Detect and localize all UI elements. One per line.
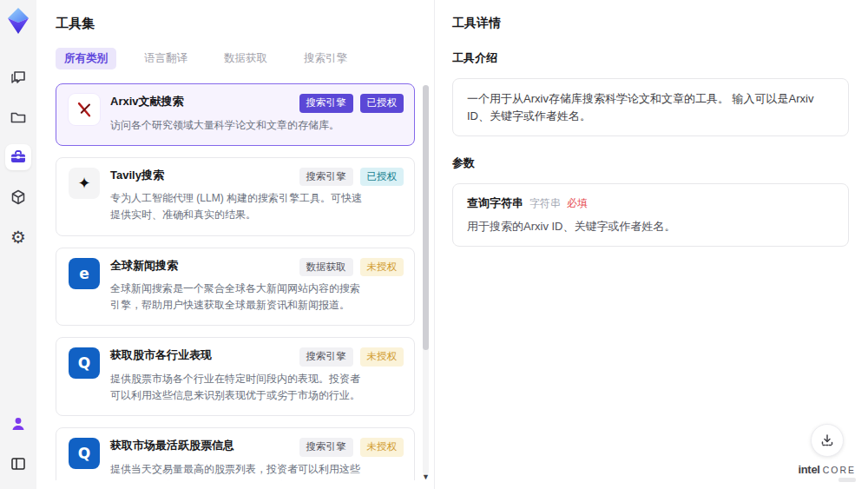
params-section-title: 参数 [452, 155, 849, 171]
param-required-badge: 必填 [567, 196, 588, 211]
sidebar-item-account[interactable] [5, 411, 31, 437]
scrollbar-track[interactable]: ▼ [423, 85, 429, 474]
category-badge: 搜索引擎 [299, 438, 353, 457]
tool-description: 全球新闻搜索是一个聚合全球各大新闻网站内容的搜索引擎，帮助用户快速获取全球最新资… [110, 281, 364, 314]
auth-status-badge: 已授权 [360, 168, 404, 187]
tavily-star-icon: ✦ [77, 174, 90, 193]
tab-label: 所有类别 [64, 52, 108, 64]
sidebar-item-toolbox[interactable] [5, 144, 31, 170]
user-avatar-icon [10, 415, 27, 433]
sidebar-item-packages[interactable] [5, 184, 31, 210]
tool-description: 访问各个研究领域大量科学论文和文章的存储库。 [110, 117, 364, 134]
tool-card[interactable]: ✦ Tavily搜索 搜索引擎 已授权 专为人工智能代理 (LLM) 构建的搜索… [56, 157, 415, 236]
tool-icon: Q [69, 438, 100, 469]
tool-name: 获取市场最活跃股票信息 [110, 439, 234, 453]
tool-icon: ✦ [69, 168, 100, 199]
tab-label: 搜索引擎 [304, 52, 347, 64]
download-button[interactable] [811, 424, 844, 457]
param-type: 字符串 [529, 196, 561, 211]
tab-label: 语言翻译 [144, 52, 187, 64]
category-tabs: 所有类别 语言翻译 数据获取 搜索引擎 [56, 48, 434, 69]
toolbox-icon [10, 149, 27, 166]
tool-card[interactable]: Q 获取股市各行业表现 搜索引擎 未授权 提供股票市场各个行业在特定时间段内的表… [56, 337, 415, 416]
tool-details-panel: 工具详情 工具介绍 一个用于从Arxiv存储库搜索科学论文和文章的工具。 输入可… [434, 0, 868, 489]
category-badge: 搜索引擎 [299, 347, 353, 367]
toolset-panel: 工具集 所有类别 语言翻译 数据获取 搜索引擎 Arxiv文献搜索 搜索引擎 已… [36, 0, 434, 489]
scrollbar-thumb[interactable] [423, 85, 429, 350]
scroll-down-icon[interactable]: ▼ [422, 473, 430, 480]
folder-icon [10, 109, 27, 126]
tool-card[interactable]: Q 获取市场最活跃股票信息 搜索引擎 未授权 提供当天交易量最高的股票列表，投资… [56, 427, 415, 480]
param-description: 用于搜索的Arxiv ID、关键字或作者姓名。 [467, 219, 834, 235]
tool-badges: 搜索引擎 未授权 [291, 438, 404, 457]
tool-body: Tavily搜索 搜索引擎 已授权 专为人工智能代理 (LLM) 构建的搜索引擎… [110, 168, 404, 224]
app-root: ⚙ 工具集 所有类别 语言翻译 数据获取 搜索引擎 [0, 0, 868, 489]
tool-badges: 数据获取 未授权 [291, 258, 404, 277]
tool-description: 提供股票市场各个行业在特定时间段内的表现。投资者可以利用这些信息来识别表现优于或… [110, 371, 364, 404]
tool-name: Tavily搜索 [110, 169, 164, 183]
chat-icon [10, 69, 27, 86]
tool-badges: 搜索引擎 已授权 [291, 94, 404, 113]
tool-badges: 搜索引擎 未授权 [291, 347, 404, 367]
arxiv-logo-icon [75, 100, 94, 119]
param-name: 查询字符串 [467, 195, 523, 211]
icon-sidebar: ⚙ [0, 0, 36, 489]
intro-text: 一个用于从Arxiv存储库搜索科学论文和文章的工具。 输入可以是Arxiv ID… [467, 90, 834, 124]
param-box: 查询字符串 字符串 必填 用于搜索的Arxiv ID、关键字或作者姓名。 [452, 183, 849, 247]
brand-intel-text: intel [798, 464, 819, 475]
auth-status-badge: 未授权 [360, 347, 404, 367]
tool-body: 全球新闻搜索 数据获取 未授权 全球新闻搜索是一个聚合全球各大新闻网站内容的搜索… [110, 258, 404, 314]
news-logo-icon: e [79, 265, 89, 282]
tool-card[interactable]: e 全球新闻搜索 数据获取 未授权 全球新闻搜索是一个聚合全球各大新闻网站内容的… [56, 248, 415, 327]
auth-status-badge: 未授权 [360, 438, 404, 457]
tool-badges: 搜索引擎 已授权 [291, 168, 404, 187]
category-badge: 搜索引擎 [299, 168, 353, 187]
category-tab[interactable]: 数据获取 [215, 48, 276, 69]
tool-name: 全球新闻搜索 [110, 259, 178, 274]
tool-body: Arxiv文献搜索 搜索引擎 已授权 访问各个研究领域大量科学论文和文章的存储库… [110, 94, 404, 134]
tool-name: 获取股市各行业表现 [110, 348, 212, 363]
auth-status-badge: 未授权 [360, 258, 404, 277]
tool-icon [69, 94, 100, 125]
param-header: 查询字符串 字符串 必填 [467, 195, 834, 211]
tab-label: 数据获取 [224, 52, 267, 64]
brand-core-text: core [823, 466, 856, 475]
panel-layout-icon [10, 456, 26, 472]
brand-ultra-mark [838, 478, 856, 482]
category-tab[interactable]: 所有类别 [56, 48, 116, 69]
floating-corner: intel core [798, 424, 856, 482]
category-badge: 数据获取 [299, 258, 353, 277]
app-logo-icon [6, 7, 30, 35]
tool-body: 获取市场最活跃股票信息 搜索引擎 未授权 提供当天交易量最高的股票列表，投资者可… [110, 438, 404, 480]
sidebar-item-chat[interactable] [5, 64, 31, 90]
sidebar-item-collapse-panel[interactable] [5, 451, 31, 477]
page-title: 工具集 [56, 16, 434, 32]
details-title: 工具详情 [452, 16, 849, 31]
tool-description: 专为人工智能代理 (LLM) 构建的搜索引擎工具。可快速提供实时、准确和真实的结… [110, 190, 364, 223]
tool-list: Arxiv文献搜索 搜索引擎 已授权 访问各个研究领域大量科学论文和文章的存储库… [56, 83, 434, 480]
intro-section-title: 工具介绍 [452, 50, 849, 66]
tool-description: 提供当天交易量最高的股票列表，投资者可以利用这些信息来识别流动性强的股票和潜在的… [110, 461, 364, 480]
auth-status-badge: 已授权 [360, 94, 404, 113]
intro-box: 一个用于从Arxiv存储库搜索科学论文和文章的工具。 输入可以是Arxiv ID… [452, 78, 849, 136]
download-icon [819, 433, 835, 448]
sidebar-item-settings[interactable]: ⚙ [5, 224, 31, 250]
tool-icon: e [69, 258, 100, 289]
stock-logo-icon: Q [78, 354, 90, 372]
tool-body: 获取股市各行业表现 搜索引擎 未授权 提供股票市场各个行业在特定时间段内的表现。… [110, 347, 404, 404]
intel-core-logo: intel core [798, 464, 856, 482]
category-tab[interactable]: 语言翻译 [135, 48, 196, 69]
package-icon [10, 188, 27, 206]
sidebar-item-files[interactable] [5, 104, 31, 130]
tool-icon: Q [69, 347, 100, 379]
stock-logo-icon: Q [78, 445, 90, 462]
tool-name: Arxiv文献搜索 [110, 95, 184, 109]
category-badge: 搜索引擎 [299, 94, 353, 113]
gear-icon: ⚙ [10, 228, 26, 246]
tool-card[interactable]: Arxiv文献搜索 搜索引擎 已授权 访问各个研究领域大量科学论文和文章的存储库… [56, 83, 415, 146]
category-tab[interactable]: 搜索引擎 [295, 48, 356, 69]
